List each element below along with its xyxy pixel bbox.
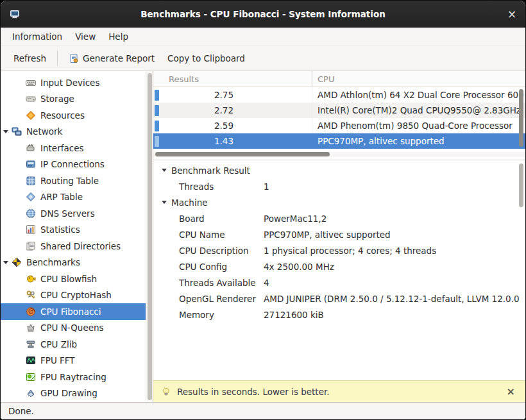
keyboard-icon xyxy=(25,78,37,88)
sidebar-item-dns-servers[interactable]: DNS Servers xyxy=(1,205,146,222)
details-row-board[interactable]: Board PowerMac11,2 xyxy=(153,210,525,226)
results-horizontal-scrollbar-thumb[interactable] xyxy=(155,152,330,156)
toolbar: Refresh Generate Report Copy to Clipboar… xyxy=(1,46,525,71)
expander-icon[interactable] xyxy=(2,130,10,133)
details-value: PowerMac11,2 xyxy=(264,214,327,224)
result-cell: 2.72 xyxy=(153,105,312,116)
details-value: 27121600 kiB xyxy=(264,310,324,320)
cpu-zlib-icon xyxy=(25,339,37,349)
results-vertical-scrollbar[interactable] xyxy=(519,89,524,147)
sidebar-item-label: Resources xyxy=(40,110,85,121)
app-window: Benchmarks - CPU Fibonacci - System Info… xyxy=(0,0,526,420)
results-table-header: Results CPU xyxy=(153,71,525,87)
sidebar-item-arp-table[interactable]: ARP Table xyxy=(1,189,146,206)
details-row-threads-available[interactable]: Threads Available 4 xyxy=(153,274,525,290)
result-bar xyxy=(155,105,159,116)
sidebar-item-interfaces[interactable]: Interfaces xyxy=(1,140,146,156)
sidebar-scrollbar[interactable] xyxy=(146,71,153,402)
details-row-threads[interactable]: Threads 1 xyxy=(153,178,525,194)
statistics-icon xyxy=(25,224,37,235)
sidebar-item-label: DNS Servers xyxy=(40,208,95,219)
results-row[interactable]: 2.72 Intel(R) Core(TM)2 Quad CPUQ9550@ 2… xyxy=(153,103,525,118)
details-row-memory[interactable]: Memory 27121600 kiB xyxy=(153,307,525,323)
menu-help[interactable]: Help xyxy=(102,29,135,44)
cpu-blowfish-icon xyxy=(25,274,37,284)
statusbar: Done. xyxy=(1,402,525,419)
close-icon: × xyxy=(507,385,515,398)
shared-directories-icon xyxy=(25,241,37,251)
sidebar-item-network[interactable]: Network xyxy=(1,124,146,140)
window-close-button[interactable]: × xyxy=(504,6,520,22)
generate-report-button[interactable]: Generate Report xyxy=(62,49,161,68)
details-row-machine[interactable]: Machine xyxy=(153,194,525,210)
menubar: Information View Help xyxy=(1,28,525,46)
computer-icon xyxy=(10,9,20,19)
copy-to-clipboard-button-label: Copy to Clipboard xyxy=(167,53,245,63)
details-key: Board xyxy=(179,214,264,224)
sidebar-item-resources[interactable]: Resources xyxy=(1,107,146,124)
result-value: 2.75 xyxy=(159,90,233,100)
details-tree: Benchmark Result Threads 1 Machine xyxy=(153,162,525,323)
results-row[interactable]: 1.43 PPC970MP, altivec supported xyxy=(153,133,525,149)
details-vertical-scrollbar-thumb[interactable] xyxy=(519,164,523,207)
sidebar-item-ip-connections[interactable]: IP Connections xyxy=(1,156,146,173)
menu-information[interactable]: Information xyxy=(6,29,69,44)
expander-icon[interactable] xyxy=(2,261,10,264)
toolbar-separator xyxy=(57,51,58,66)
sidebar-item-label: FPU Raytracing xyxy=(40,372,106,382)
sidebar-item-cpu-zlib[interactable]: CPU Zlib xyxy=(1,336,146,353)
results-column-header[interactable]: Results xyxy=(153,74,312,84)
details-key: CPU Description xyxy=(179,246,264,256)
infobar: Results in seconds. Lower is better. × xyxy=(153,380,525,402)
details-row-cpu-description[interactable]: CPU Description 1 physical processor; 4 … xyxy=(153,242,525,258)
details-vertical-scrollbar[interactable] xyxy=(519,164,524,377)
cpu-cell: AMD Athlon(tm) 64 X2 Dual Core Processor… xyxy=(312,87,525,103)
results-horizontal-scrollbar[interactable] xyxy=(153,152,525,157)
sidebar-item-input-devices[interactable]: Input Devices xyxy=(1,74,146,91)
result-cell: 2.75 xyxy=(153,90,312,101)
details-row-opengl-renderer[interactable]: OpenGL Renderer AMD JUNIPER (DRM 2.50.0 … xyxy=(153,290,525,307)
benchmarks-icon xyxy=(11,257,22,267)
details-row-cpu-name[interactable]: CPU Name PPC970MP, altivec supported xyxy=(153,226,525,242)
sidebar-item-gpu-drawing[interactable]: GPU Drawing xyxy=(1,385,146,402)
details-key: Threads xyxy=(179,181,264,192)
sidebar-item-fpu-raytracing[interactable]: FPU Raytracing xyxy=(1,369,146,385)
sidebar-item-storage[interactable]: Storage xyxy=(1,91,146,108)
refresh-button[interactable]: Refresh xyxy=(7,49,53,68)
sidebar-item-cpu-n-queens[interactable]: CPU N-Queens xyxy=(1,320,146,337)
sidebar-item-cpu-blowfish[interactable]: CPU Blowfish xyxy=(1,271,146,287)
results-row[interactable]: 2.75 AMD Athlon(tm) 64 X2 Dual Core Proc… xyxy=(153,87,525,103)
sidebar-item-fpu-fft[interactable]: FPU FFT xyxy=(1,353,146,369)
sidebar-item-label: Routing Table xyxy=(40,176,99,186)
copy-to-clipboard-button[interactable]: Copy to Clipboard xyxy=(161,49,251,68)
details-value: 1 physical processor; 4 cores; 4 threads xyxy=(264,246,436,256)
refresh-button-label: Refresh xyxy=(13,53,46,63)
sidebar-item-shared-directories[interactable]: Shared Directories xyxy=(1,238,146,255)
sidebar-item-label: CPU Zlib xyxy=(40,339,77,349)
cpu-column-header[interactable]: CPU xyxy=(312,71,525,87)
details-pane: Benchmark Result Threads 1 Machine xyxy=(153,160,525,380)
menu-view[interactable]: View xyxy=(69,29,102,44)
sidebar-item-benchmarks[interactable]: Benchmarks xyxy=(1,255,146,271)
result-value: 2.59 xyxy=(159,121,233,131)
expander-icon[interactable] xyxy=(160,201,169,204)
details-value: 1 xyxy=(264,181,269,192)
titlebar[interactable]: Benchmarks - CPU Fibonacci - System Info… xyxy=(1,1,525,28)
result-value: 2.72 xyxy=(159,105,233,115)
sidebar-item-label: CPU Blowfish xyxy=(40,274,97,284)
details-row-cpu-config[interactable]: CPU Config 4x 2500.00 MHz xyxy=(153,258,525,274)
sidebar-item-label: Input Devices xyxy=(40,78,99,88)
sidebar-item-cpu-fibonacci[interactable]: CPU Fibonacci xyxy=(1,303,146,320)
sidebar-scrollbar-thumb[interactable] xyxy=(148,73,152,400)
cpu-nqueens-icon xyxy=(25,323,37,333)
cpu-cell: PPC970MP, altivec supported xyxy=(312,133,525,149)
results-row[interactable]: 2.59 AMD Phenom(tm) 9850 Quad-Core Proce… xyxy=(153,118,525,133)
details-value: 4x 2500.00 MHz xyxy=(264,262,334,272)
results-vertical-scrollbar-thumb[interactable] xyxy=(519,89,523,147)
sidebar-item-cpu-cryptohash[interactable]: CPU CryptoHash xyxy=(1,287,146,304)
infobar-close-button[interactable]: × xyxy=(504,385,518,398)
sidebar-item-routing-table[interactable]: Routing Table xyxy=(1,172,146,189)
details-row-benchmark-result[interactable]: Benchmark Result xyxy=(153,162,525,178)
sidebar-item-statistics[interactable]: Statistics xyxy=(1,222,146,239)
expander-icon[interactable] xyxy=(160,169,169,172)
